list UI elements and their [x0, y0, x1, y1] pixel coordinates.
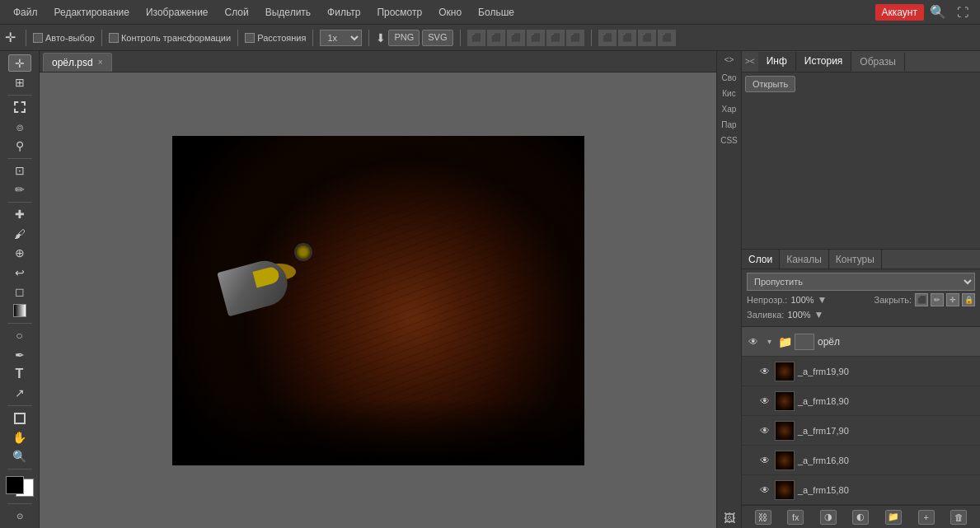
- menu-account[interactable]: Аккаунт: [875, 4, 924, 21]
- tool-brush[interactable]: 🖌: [8, 225, 31, 242]
- layers-new-button[interactable]: +: [918, 510, 935, 525]
- menu-window[interactable]: Окно: [432, 4, 468, 21]
- layer-eye-frm18[interactable]: 👁: [758, 395, 771, 408]
- eagle-eye: [294, 243, 312, 261]
- tool-move[interactable]: ✛: [8, 54, 31, 72]
- canvas-area[interactable]: [40, 72, 716, 528]
- align-bottom-icon[interactable]: ⬛: [566, 30, 584, 46]
- menu-view[interactable]: Просмотр: [370, 4, 429, 21]
- side-tab-css[interactable]: CSS: [717, 133, 741, 148]
- collapse-left-arrow[interactable]: <>: [719, 53, 739, 67]
- expand-right-btn[interactable]: ><: [742, 57, 758, 66]
- export-png-button[interactable]: PNG: [388, 30, 420, 46]
- right-tab-history[interactable]: История: [796, 52, 852, 72]
- history-open-button[interactable]: Открыть: [745, 76, 795, 92]
- dist-left-icon[interactable]: ⬛: [598, 30, 617, 46]
- tab-close-button[interactable]: ×: [98, 58, 103, 67]
- tool-gradient[interactable]: [8, 302, 31, 320]
- tool-lasso[interactable]: ⌾: [8, 118, 31, 135]
- layer-eye-frm19[interactable]: 👁: [758, 365, 771, 378]
- layer-eye-frm16[interactable]: 👁: [758, 454, 771, 467]
- tool-eyedropper[interactable]: ✏: [8, 181, 31, 199]
- dist-top-icon[interactable]: ⬛: [658, 30, 676, 46]
- lock-all-icon[interactable]: 🔒: [962, 293, 975, 306]
- lock-move-icon[interactable]: ✛: [946, 293, 959, 306]
- crop-icon: ⊡: [15, 164, 25, 177]
- layer-item-frm16[interactable]: 👁 _a_frm16,80: [742, 446, 980, 475]
- dist-right-icon[interactable]: ⬛: [638, 30, 656, 46]
- export-svg-button[interactable]: SVG: [422, 30, 452, 46]
- right-tab-info[interactable]: Инф: [758, 52, 796, 72]
- layers-tab-layers[interactable]: Слои: [742, 250, 780, 269]
- layer-item-orel-group[interactable]: 👁 ▾ 📁 орёл: [742, 327, 980, 357]
- align-top-icon[interactable]: ⬛: [527, 30, 545, 46]
- tool-shape-rect[interactable]: [8, 409, 31, 427]
- tool-artboard[interactable]: ⊞: [8, 73, 31, 91]
- layer-item-frm18[interactable]: 👁 _a_frm18,90: [742, 386, 980, 416]
- layers-adjustment-button[interactable]: ◐: [852, 510, 869, 525]
- layers-mask-button[interactable]: ◑: [820, 510, 837, 525]
- menu-more[interactable]: Больше: [471, 4, 521, 21]
- tab-orel-psd[interactable]: орёл.psd ×: [43, 53, 112, 72]
- layers-group-button[interactable]: 📁: [885, 510, 902, 525]
- distances-checkbox[interactable]: [245, 33, 255, 43]
- lock-pixels-icon[interactable]: ⬛: [915, 293, 928, 306]
- layer-eye-frm15[interactable]: 👁: [758, 484, 771, 497]
- layer-eye-orel[interactable]: 👁: [747, 335, 760, 348]
- tool-pen[interactable]: ✒: [8, 346, 31, 363]
- align-center-h-icon[interactable]: ⬛: [487, 30, 505, 46]
- tool-text[interactable]: T: [8, 365, 31, 382]
- layers-tab-channels[interactable]: Каналы: [780, 250, 829, 269]
- layers-effects-button[interactable]: fx: [787, 510, 804, 525]
- tool-crop[interactable]: ⊡: [8, 161, 31, 179]
- image-icon-side[interactable]: 🖼: [717, 508, 741, 528]
- align-center-v-icon[interactable]: ⬛: [546, 30, 565, 46]
- fill-dropdown-icon[interactable]: ▼: [814, 309, 824, 320]
- layer-expand-orel[interactable]: ▾: [763, 336, 775, 348]
- tool-zoom[interactable]: 🔍: [8, 448, 31, 465]
- tool-stamp[interactable]: ⊕: [8, 244, 31, 261]
- side-tab-kis[interactable]: Кис: [717, 86, 741, 101]
- lock-paint-icon[interactable]: ✏: [931, 293, 944, 306]
- dist-center-icon[interactable]: ⬛: [618, 30, 636, 46]
- tool-select-rect[interactable]: [8, 98, 31, 115]
- tool-quick-select[interactable]: ⚲: [8, 137, 31, 154]
- menu-edit[interactable]: Редактирование: [48, 4, 136, 21]
- layers-link-button[interactable]: ⛓: [755, 510, 771, 525]
- tool-history-brush[interactable]: ↩: [8, 264, 31, 281]
- side-tab-par[interactable]: Пар: [717, 117, 741, 133]
- layer-item-frm17[interactable]: 👁 _a_frm17,90: [742, 416, 980, 446]
- color-swatch[interactable]: [6, 476, 34, 497]
- align-left-icon[interactable]: ⬛: [467, 30, 485, 46]
- tool-dodge[interactable]: ○: [8, 327, 31, 344]
- align-right-icon[interactable]: ⬛: [507, 30, 525, 46]
- menu-select[interactable]: Выделить: [259, 4, 317, 21]
- zoom-dropdown[interactable]: 1x 2x 0.5x: [320, 30, 362, 46]
- quick-mask-button[interactable]: ⊙: [8, 507, 31, 525]
- blend-mode-dropdown[interactable]: Пропустить: [747, 273, 975, 291]
- layer-item-frm15[interactable]: 👁 _a_frm15,80: [742, 475, 980, 505]
- tool-hand[interactable]: ✋: [8, 428, 31, 446]
- auto-select-checkbox[interactable]: [33, 33, 43, 43]
- transform-checkbox[interactable]: [109, 33, 119, 43]
- layer-item-frm19[interactable]: 👁 _a_frm19,90: [742, 357, 980, 386]
- right-tab-samples[interactable]: Образы: [851, 53, 905, 71]
- side-tab-svo[interactable]: Сво: [717, 70, 741, 86]
- menu-layer[interactable]: Слой: [218, 4, 256, 21]
- layers-tab-paths[interactable]: Контуры: [829, 250, 882, 269]
- tool-healing[interactable]: ✚: [8, 206, 31, 223]
- layer-eye-frm17[interactable]: 👁: [758, 424, 771, 437]
- search-icon[interactable]: 🔍: [927, 2, 949, 23]
- foreground-color-swatch[interactable]: [6, 476, 24, 494]
- opacity-dropdown-icon[interactable]: ▼: [818, 294, 828, 306]
- tool-eraser[interactable]: ◻: [8, 283, 31, 300]
- expand-icon[interactable]: ⛶: [952, 2, 973, 23]
- distances-label: Расстояния: [257, 33, 306, 43]
- canvas-image: [172, 136, 584, 465]
- layers-delete-button[interactable]: 🗑: [950, 510, 967, 525]
- menu-file[interactable]: Файл: [7, 4, 45, 21]
- menu-image[interactable]: Изображение: [139, 4, 215, 21]
- menu-filter[interactable]: Фильтр: [321, 4, 367, 21]
- side-tab-khar[interactable]: Хар: [717, 101, 741, 117]
- tool-path-select[interactable]: ↗: [8, 385, 31, 402]
